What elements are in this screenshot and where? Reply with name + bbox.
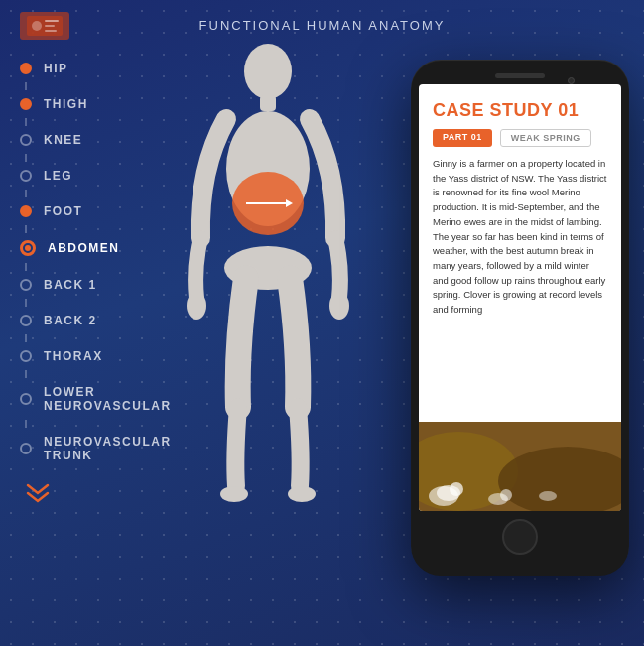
header-title: FUNCTIONAL HUMAN ANATOMY: [199, 18, 446, 33]
nav-connector: [25, 154, 27, 162]
app-container: FUNCTIONAL HUMAN ANATOMY HIP THIGH KNEE …: [0, 0, 644, 646]
nav-connector: [25, 225, 27, 233]
svg-point-23: [539, 491, 557, 501]
sidebar-label-back2: BACK 2: [44, 314, 97, 327]
phone-outer: CASE STUDY 01 PART 01 WEAK SPRING Ginny …: [411, 60, 629, 576]
phone-home-button[interactable]: [502, 519, 538, 555]
body-figure: [179, 40, 357, 516]
svg-rect-3: [45, 25, 55, 27]
svg-point-5: [244, 44, 292, 99]
nav-connector: [25, 190, 27, 197]
nav-connector: [25, 82, 27, 90]
tag-type[interactable]: WEAK SPRING: [500, 129, 591, 147]
svg-point-1: [32, 21, 42, 31]
svg-point-11: [187, 292, 206, 320]
svg-point-20: [450, 482, 463, 496]
nav-connector: [25, 420, 27, 428]
tag-part[interactable]: PART 01: [433, 129, 492, 147]
nav-connector: [25, 299, 27, 307]
svg-point-15: [288, 486, 316, 502]
nav-connector: [25, 334, 27, 342]
case-study-body: Ginny is a farmer on a property located …: [433, 157, 607, 318]
case-study-title: CASE STUDY 01: [433, 100, 607, 121]
svg-point-14: [220, 486, 248, 502]
phone-camera: [568, 77, 575, 84]
nav-dot-foot: [20, 205, 32, 217]
sidebar-label-hip: HIP: [44, 62, 68, 75]
nav-dot-hip: [20, 63, 32, 74]
sidebar-label-thigh: THIGH: [44, 97, 88, 111]
nav-dot-neuro-trunk: [20, 443, 32, 454]
svg-rect-4: [45, 30, 57, 32]
tags-row: PART 01 WEAK SPRING: [433, 129, 607, 147]
nav-connector: [25, 118, 27, 126]
nav-dot-leg: [20, 170, 32, 182]
screen-landscape-image: [419, 422, 621, 511]
svg-point-12: [329, 292, 349, 320]
sidebar-label-back1: BACK 1: [44, 278, 97, 292]
svg-rect-2: [45, 20, 59, 22]
phone-mockup: CASE STUDY 01 PART 01 WEAK SPRING Ginny …: [411, 60, 629, 576]
nav-dot-back1: [20, 279, 32, 291]
app-logo: [20, 12, 69, 40]
sidebar-label-leg: LEG: [44, 169, 72, 183]
nav-dot-lower-neuro: [20, 393, 32, 405]
phone-speaker: [495, 73, 545, 78]
nav-dot-thorax: [20, 350, 32, 362]
nav-dot-abdomen: [20, 240, 36, 256]
nav-connector: [25, 370, 27, 378]
sidebar-label-abdomen: ABDOMEN: [48, 241, 120, 255]
phone-screen: CASE STUDY 01 PART 01 WEAK SPRING Ginny …: [419, 84, 621, 511]
sidebar-label-knee: KNEE: [44, 133, 82, 147]
nav-connector: [25, 263, 27, 271]
nav-dot-knee: [20, 134, 32, 146]
nav-dot-back2: [20, 315, 32, 326]
svg-point-22: [500, 489, 512, 501]
nav-dot-thigh: [20, 98, 32, 110]
svg-rect-6: [260, 95, 276, 111]
sidebar-label-foot: FOOT: [44, 204, 82, 218]
sidebar-label-thorax: THORAX: [44, 349, 103, 363]
